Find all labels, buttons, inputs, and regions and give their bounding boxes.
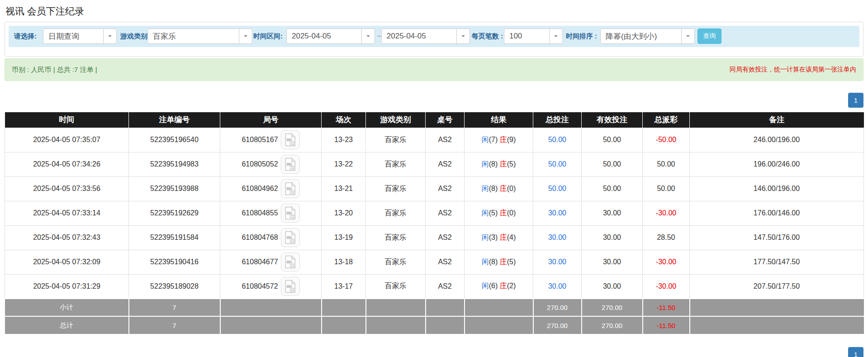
cell-round-id: 610804855 bbox=[220, 201, 322, 225]
date-from-select[interactable]: 2025-04-05 bbox=[286, 29, 375, 44]
cell-game-type: 百家乐 bbox=[366, 128, 426, 152]
result-player-label: 闲 bbox=[482, 233, 489, 241]
cell-table-no: AS2 bbox=[426, 225, 465, 250]
cell-valid-bet: 30.00 bbox=[582, 225, 643, 250]
query-type-label: 请选择: bbox=[14, 29, 37, 44]
cell-result: 闲(8) 庄(0) bbox=[465, 176, 533, 201]
cell-valid-bet: 50.00 bbox=[582, 152, 643, 176]
cell-payout: -30.00 bbox=[643, 274, 690, 299]
cell-payout: -50.00 bbox=[643, 128, 690, 152]
cell-round-id: 610804962 bbox=[220, 176, 322, 201]
cell-payout: -30.00 bbox=[643, 201, 690, 225]
total-total-bet: 270.00 bbox=[533, 316, 582, 334]
result-player-label: 闲 bbox=[482, 136, 489, 143]
cell-remark: 146.00/196.00 bbox=[690, 176, 864, 201]
result-banker-label: 庄 bbox=[500, 209, 507, 217]
date-from-value: 2025-04-05 bbox=[287, 32, 361, 41]
search-button[interactable]: 查询 bbox=[697, 29, 721, 44]
subtotal-payout: -11.50 bbox=[643, 299, 690, 316]
video-file-icon bbox=[285, 133, 296, 147]
result-banker-label: 庄 bbox=[500, 282, 507, 290]
table-header-row: 时间 注单编号 局号 场次 游戏类别 桌号 结果 总投注 有效投注 总派彩 备注 bbox=[5, 112, 864, 128]
result-banker-score: (0) bbox=[507, 209, 516, 217]
query-type-value: 日期查询 bbox=[43, 31, 103, 42]
cell-time: 2025-04-05 07:34:26 bbox=[5, 152, 129, 176]
result-player-score: (8) bbox=[489, 185, 498, 192]
video-file-icon bbox=[285, 231, 296, 244]
result-banker-score: (9) bbox=[507, 136, 516, 143]
video-replay-button[interactable] bbox=[281, 204, 300, 223]
sort-select[interactable]: 降幂(由大到小) bbox=[600, 29, 695, 44]
table-row: 2025-04-05 07:34:26 522395194983 6108050… bbox=[5, 152, 864, 176]
page-title: 视讯 会员下注纪录 bbox=[5, 0, 863, 22]
subtotal-row: 小计 7 270.00 270.00 -11.50 bbox=[5, 299, 864, 316]
video-replay-button[interactable] bbox=[281, 252, 300, 271]
video-file-icon bbox=[285, 182, 296, 195]
game-type-select[interactable]: 百家乐 bbox=[147, 29, 252, 44]
cell-round-id: 610805052 bbox=[220, 152, 322, 176]
result-player-score: (8) bbox=[489, 160, 498, 168]
total-bet-link[interactable]: 50.00 bbox=[548, 185, 566, 192]
date-to-select[interactable]: 2025-04-05 bbox=[381, 29, 470, 44]
cell-game-type: 百家乐 bbox=[366, 176, 426, 201]
cell-bet-id: 522395192629 bbox=[129, 201, 220, 225]
result-banker-label: 庄 bbox=[500, 160, 507, 168]
round-id-value: 610804572 bbox=[242, 282, 278, 290]
total-bet-link[interactable]: 30.00 bbox=[548, 282, 566, 290]
range-separator: ~ bbox=[377, 29, 381, 44]
cell-valid-bet: 50.00 bbox=[582, 176, 643, 201]
table-row: 2025-04-05 07:32:09 522395190416 6108046… bbox=[5, 250, 864, 274]
chevron-down-icon bbox=[681, 29, 694, 43]
cell-bet-id: 522395190416 bbox=[129, 250, 220, 274]
result-player-score: (8) bbox=[489, 258, 498, 266]
result-player-label: 闲 bbox=[482, 209, 489, 217]
video-replay-button[interactable] bbox=[281, 155, 300, 174]
total-bet-link[interactable]: 30.00 bbox=[548, 233, 566, 241]
col-valid-bet: 有效投注 bbox=[582, 112, 643, 128]
page-button-1[interactable]: 1 bbox=[848, 347, 863, 357]
page-button-1[interactable]: 1 bbox=[848, 93, 863, 108]
table-row: 2025-04-05 07:32:43 522395191584 6108047… bbox=[5, 225, 864, 250]
cell-payout: 50.00 bbox=[643, 176, 690, 201]
result-player-label: 闲 bbox=[482, 185, 489, 192]
col-game-type: 游戏类别 bbox=[366, 112, 426, 128]
total-bet-link[interactable]: 30.00 bbox=[548, 258, 566, 266]
cell-table-no: AS2 bbox=[426, 250, 465, 274]
cell-remark: 147.50/176.00 bbox=[690, 225, 864, 250]
total-bet-link[interactable]: 50.00 bbox=[548, 136, 566, 143]
video-file-icon bbox=[285, 280, 296, 293]
query-type-select[interactable]: 日期查询 bbox=[43, 29, 117, 44]
game-type-value: 百家乐 bbox=[148, 31, 239, 42]
cell-game-type: 百家乐 bbox=[366, 250, 426, 274]
total-valid-bet: 270.00 bbox=[582, 316, 643, 334]
sort-value: 降幂(由大到小) bbox=[601, 31, 681, 42]
result-player-label: 闲 bbox=[482, 160, 489, 168]
result-player-score: (7) bbox=[489, 136, 498, 143]
round-id-value: 610804768 bbox=[242, 233, 278, 242]
cell-valid-bet: 30.00 bbox=[582, 274, 643, 299]
cell-table-no: AS2 bbox=[426, 152, 465, 176]
result-banker-label: 庄 bbox=[500, 136, 507, 143]
result-banker-score: (4) bbox=[507, 233, 516, 241]
cell-bet-id: 522395191584 bbox=[129, 225, 220, 250]
video-replay-button[interactable] bbox=[281, 130, 300, 149]
video-replay-button[interactable] bbox=[281, 277, 300, 296]
cell-session: 13-18 bbox=[322, 250, 366, 274]
cell-payout: 50.00 bbox=[643, 152, 690, 176]
total-bet-link[interactable]: 50.00 bbox=[548, 160, 566, 168]
total-payout: -11.50 bbox=[643, 316, 690, 334]
date-range-label: 时间区间: bbox=[253, 29, 283, 44]
round-id-value: 610805167 bbox=[242, 136, 278, 144]
cell-total-bet: 30.00 bbox=[533, 225, 582, 250]
video-replay-button[interactable] bbox=[281, 179, 300, 198]
cell-table-no: AS2 bbox=[426, 201, 465, 225]
cell-table-no: AS2 bbox=[426, 274, 465, 299]
page-size-select[interactable]: 100 bbox=[504, 29, 563, 44]
summary-notice: 同局有效投注，统一计算在该局第一张注单内 bbox=[730, 66, 856, 74]
video-replay-button[interactable] bbox=[281, 228, 300, 247]
subtotal-count: 7 bbox=[129, 299, 220, 316]
cell-remark: 207.50/177.50 bbox=[690, 274, 864, 299]
total-bet-link[interactable]: 30.00 bbox=[548, 209, 566, 217]
cell-total-bet: 30.00 bbox=[533, 274, 582, 299]
cell-round-id: 610805167 bbox=[220, 128, 322, 152]
